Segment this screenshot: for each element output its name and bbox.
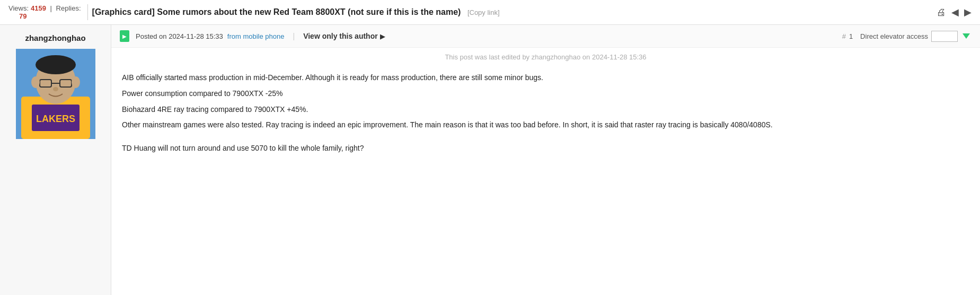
mobile-phone-icon: [120, 30, 129, 42]
svg-point-9: [53, 87, 58, 91]
post-number: 1: [849, 32, 853, 40]
view-author-button[interactable]: View only this author ▶: [303, 32, 384, 40]
post-line-2: Power consumption compared to 7900XTX -2…: [122, 88, 969, 100]
replies-count: 79: [19, 12, 27, 20]
page-wrapper: Views: 4159 | Replies: 79 [Graphics card…: [0, 0, 980, 295]
elevator-input[interactable]: [931, 31, 958, 42]
post-date: Posted on 2024-11-28 15:33: [136, 32, 223, 40]
view-author-arrow-icon: ▶: [380, 33, 385, 40]
views-label: Views:: [8, 4, 29, 12]
thread-title: [Graphics card] Some rumors about the ne…: [92, 7, 926, 17]
thread-title-text: [Graphics card] Some rumors about the ne…: [92, 7, 461, 16]
svg-text:LAKERS: LAKERS: [36, 114, 75, 124]
back-icon[interactable]: ◀: [951, 6, 959, 18]
replies-label: Replies:: [56, 4, 81, 12]
post-edit-notice: This post was last edited by zhangzhongh…: [111, 48, 980, 63]
views-count: 4159: [31, 4, 46, 12]
svg-point-11: [72, 76, 80, 88]
post-line-4: Other mainstream games were also tested.…: [122, 119, 969, 132]
views-block: Views: 4159 | Replies: 79: [8, 4, 88, 20]
copy-link[interactable]: [Copy link]: [467, 8, 500, 16]
post-number-area: # 1 Direct elevator access: [842, 31, 972, 42]
direct-elevator-label: Direct elevator access: [860, 32, 928, 40]
username: zhangzhonghao: [25, 33, 85, 42]
post-body: AIB officially started mass production i…: [111, 63, 980, 169]
post-area: Posted on 2024-11-28 15:33 from mobile p…: [111, 25, 980, 295]
sidebar: zhangzhonghao LAKERS: [0, 25, 111, 295]
meta-separator: |: [293, 32, 295, 40]
post-line-1: AIB officially started mass production i…: [122, 72, 969, 84]
forward-icon[interactable]: ▶: [964, 6, 972, 18]
pipe-separator: |: [48, 4, 54, 12]
elevator-go-button[interactable]: [961, 31, 972, 41]
view-author-label: View only this author: [303, 32, 378, 40]
post-gap: [122, 135, 969, 142]
hash-symbol: #: [842, 32, 846, 40]
post-meta-bar: Posted on 2024-11-28 15:33 from mobile p…: [111, 25, 980, 48]
top-bar: Views: 4159 | Replies: 79 [Graphics card…: [0, 0, 980, 25]
avatar: LAKERS: [16, 49, 95, 139]
svg-point-5: [36, 55, 76, 74]
main-content: zhangzhonghao LAKERS: [0, 25, 980, 295]
views-line: Views: 4159 | Replies:: [8, 4, 81, 12]
toolbar-icons: 🖨 ◀ ▶: [937, 6, 972, 18]
avatar-image: LAKERS: [16, 49, 95, 139]
svg-point-10: [31, 76, 40, 88]
from-mobile: from mobile phone: [227, 32, 285, 40]
print-icon[interactable]: 🖨: [937, 7, 946, 18]
replies-count-line: 79: [8, 12, 27, 20]
post-line-3: Biohazard 4RE ray tracing compared to 79…: [122, 103, 969, 116]
post-line-5: TD Huang will not turn around and use 50…: [122, 142, 969, 155]
down-arrow-icon: [963, 33, 970, 39]
